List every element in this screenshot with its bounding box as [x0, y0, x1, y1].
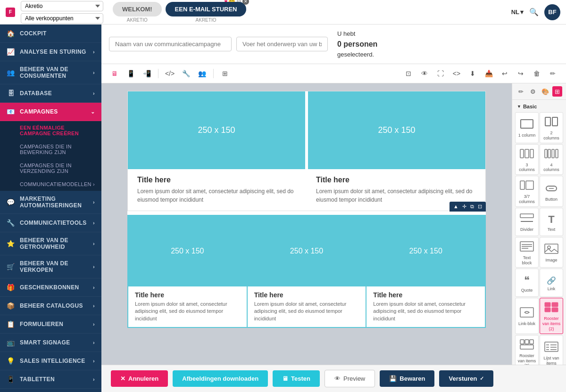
download-button[interactable]: Afbeeldingen downloaden — [173, 370, 268, 387]
select-btn[interactable]: ⊡ — [402, 67, 415, 80]
sidebar-sub-bewerking[interactable]: CAMPAGNES DIE IN BEWERKING ZIJN — [0, 140, 101, 159]
campaign-name-input[interactable] — [109, 37, 232, 51]
col1-title: Title here — [137, 176, 297, 184]
col-block-2[interactable]: 250 x 150 Title here Lorem ipsum dolor s… — [307, 91, 485, 211]
sidebar-item-analyse[interactable]: 📈 ANALYSE EN STURING › — [0, 43, 101, 61]
panel-item-text[interactable]: T Text — [540, 208, 563, 236]
sidebar-item-sales[interactable]: 💡 SALES INTELLIGENCE › — [0, 352, 101, 370]
sidebar-item-tabletten[interactable]: 📱 TABLETTEN › — [0, 370, 101, 389]
company-select[interactable]: Akretio — [21, 1, 103, 11]
panel-item-quote[interactable]: ❝ Quote — [515, 269, 539, 297]
toolbar-left: 🖥 📱 📲 </> 🔧 👥 ⊞ — [108, 67, 232, 80]
move-up-icon[interactable]: ▲ — [452, 203, 460, 210]
panel-item-1col[interactable]: 1 column — [515, 112, 539, 143]
eye-btn[interactable]: 👁 — [418, 67, 431, 80]
sidebar-item-marketing[interactable]: 💬 MARKETING AUTOMATISERINGEN › — [0, 191, 101, 214]
preview-button[interactable]: 👁 Preview — [325, 370, 375, 387]
sidebar-sub-modellen[interactable]: COMMUNICATIEMODELLEN › — [0, 178, 101, 191]
panel-item-37col[interactable]: 3/7 columns — [515, 176, 539, 207]
edit-btn[interactable]: ✏ — [546, 67, 559, 80]
panel-item-4col[interactable]: 4 columns — [540, 144, 563, 175]
sidebar-item-formulieren[interactable]: 📋 FORMULIEREN › — [0, 315, 101, 334]
subject-input[interactable] — [236, 37, 328, 51]
sidebar-label-geschenkbonnen: GESCHENKBONNEN — [20, 284, 79, 291]
test-button[interactable]: 🖥 Testen — [273, 370, 320, 387]
col-block3-2[interactable]: 250 x 150 Title here Lorem ipsum dolor s… — [248, 216, 367, 327]
panel-section-title: ▼ Basic — [512, 100, 566, 111]
image-placeholder-2[interactable]: 250 x 150 — [307, 91, 485, 169]
sales-point-select[interactable]: Alle verkooppunten — [21, 13, 103, 24]
tab-email[interactable]: EEN E-MAIL STUREN — [166, 2, 247, 16]
panel-item-link[interactable]: 🔗 Link — [540, 269, 563, 297]
sidebar-item-signage[interactable]: 📺 SMART SIGNAGE › — [0, 334, 101, 352]
panel-edit-active[interactable]: ⊞ — [552, 86, 563, 97]
sidebar-item-geschenkbonnen[interactable]: 🎁 GESCHENKBONNEN › — [0, 278, 101, 297]
sidebar-item-communicatie[interactable]: 🔧 COMMUNICATIETOOLS › — [0, 214, 101, 232]
panel-item-rooster3[interactable]: Rooster van items (3) — [515, 335, 539, 365]
panel-item-2col[interactable]: 2 columns — [540, 112, 563, 143]
layout-btn[interactable]: ⊞ — [218, 67, 232, 80]
sidebar-sub-verzending[interactable]: CAMPAGNES DIE IN VERZENDING ZIJN — [0, 159, 101, 178]
panel-item-textblock[interactable]: Text block — [515, 237, 539, 268]
avatar[interactable]: BF — [544, 4, 560, 20]
panel-edit-gear[interactable]: ⚙ — [528, 86, 539, 97]
sidebar-item-consumenten[interactable]: 👥 BEHEER VAN DE CONSUMENTEN › — [0, 61, 101, 84]
download-btn[interactable]: ⬇ — [466, 67, 479, 80]
sidebar-item-catalogus[interactable]: 📦 BEHEER CATALOGUS › — [0, 297, 101, 315]
panel-item-image[interactable]: Image — [540, 237, 563, 268]
send-button[interactable]: Versturen ✓ — [439, 370, 493, 387]
tab-email-close[interactable]: ✕ — [242, 0, 249, 5]
language-selector[interactable]: NL ▾ — [511, 8, 524, 16]
col-block3-1[interactable]: 250 x 150 Title here Lorem ipsum dolor s… — [128, 216, 248, 327]
sidebar-item-getrouwheid[interactable]: ⭐ BEHEER VAN DE GETROUWHEID › — [0, 232, 101, 255]
link-label: Link — [548, 286, 556, 292]
panel-edit-pencil[interactable]: ✏ — [516, 86, 526, 97]
panel-item-linkblok[interactable]: Link-blok — [515, 298, 539, 334]
collapse-icon[interactable]: ▼ — [517, 104, 521, 109]
col-block3-3[interactable]: 250 x 150 Title here Lorem ipsum dolor s… — [366, 216, 485, 327]
redo-btn[interactable]: ↪ — [514, 67, 527, 80]
tablet-view-btn[interactable]: 📱 — [124, 67, 137, 80]
duplicate-icon[interactable]: ⧉ — [469, 203, 475, 210]
panel-item-lijst[interactable]: Lijst van items — [540, 335, 563, 365]
panel-item-divider[interactable]: Divider — [515, 208, 539, 236]
panel-item-3col[interactable]: 3 columns — [515, 144, 539, 175]
fullwidth-icon[interactable]: ⊡ — [476, 203, 483, 210]
users-btn[interactable]: 👥 — [195, 67, 208, 80]
tab-welkom[interactable]: WELKOM! — [113, 2, 162, 16]
sidebar-item-cockpit[interactable]: 🏠 COCKPIT — [0, 24, 101, 43]
sidebar-sub-create[interactable]: EEN EÉNMALIGE CAMPAGNE CREËREN — [0, 121, 101, 140]
panel-edit-color[interactable]: 🎨 — [540, 86, 550, 97]
col-block-1[interactable]: 250 x 150 Title here Lorem ipsum dolor s… — [128, 91, 307, 211]
settings-btn[interactable]: 🔧 — [179, 67, 192, 80]
html-btn[interactable]: <> — [450, 67, 463, 80]
mobile-view-btn[interactable]: 📲 — [140, 67, 153, 80]
section-two-col[interactable]: 250 x 150 Title here Lorem ipsum dolor s… — [127, 91, 486, 211]
cancel-button[interactable]: ✕ Annuleren — [111, 370, 168, 387]
canvas-area[interactable]: 250 x 150 Title here Lorem ipsum dolor s… — [101, 83, 512, 365]
import-btn[interactable]: 📥 — [482, 67, 495, 80]
move-icon[interactable]: ✛ — [461, 203, 468, 210]
image-placeholder3-2[interactable]: 250 x 150 — [248, 216, 366, 286]
image-placeholder3-1[interactable]: 250 x 150 — [128, 216, 247, 286]
image-placeholder3-3[interactable]: 250 x 150 — [366, 216, 485, 286]
code-btn[interactable]: </> — [163, 67, 176, 80]
desktop-view-btn[interactable]: 🖥 — [108, 67, 121, 80]
undo-btn[interactable]: ↩ — [498, 67, 511, 80]
sidebar-item-campagnes[interactable]: 📧 CAMPAGNES ⌄ — [0, 103, 101, 121]
section-three-col[interactable]: 250 x 150 Title here Lorem ipsum dolor s… — [127, 215, 486, 328]
sidebar-item-verkopen[interactable]: 🛒 BEHEER VAN DE VERKOPEN › — [0, 255, 101, 278]
image-placeholder-1[interactable]: 250 x 150 — [128, 91, 307, 169]
search-button[interactable]: 🔍 — [529, 8, 539, 16]
expand-btn[interactable]: ⛶ — [434, 67, 447, 80]
chevron-right-icon: › — [93, 241, 95, 246]
save-button[interactable]: 💾 Bewaren — [380, 370, 434, 387]
panel-item-button[interactable]: Button — [540, 176, 563, 207]
panel-item-rooster2[interactable]: Rooster van items (2) — [540, 298, 563, 334]
sidebar-item-gdpr[interactable]: 🔒 GDPR › — [0, 389, 101, 392]
sidebar-label-catalogus: BEHEER CATALOGUS — [20, 302, 83, 309]
rooster2-icon — [544, 302, 558, 315]
sales-icon: 💡 — [7, 357, 15, 365]
delete-btn[interactable]: 🗑 — [530, 67, 543, 80]
sidebar-item-database[interactable]: 🗄 DATABASE › — [0, 84, 101, 103]
